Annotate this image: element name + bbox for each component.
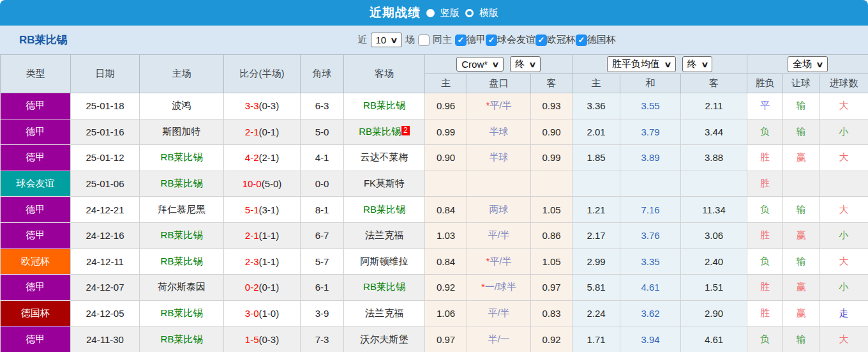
col-header-handicap-line: 盘口 xyxy=(467,74,531,93)
team-name: RB莱比锡 xyxy=(19,33,68,47)
away-team: RB莱比锡 xyxy=(344,197,425,223)
league-filter: 德甲 xyxy=(455,34,486,46)
col-header-home: 主场 xyxy=(140,55,224,93)
handicap-odds-away: 0.86 xyxy=(531,222,572,249)
fulltime-score: 2-1 xyxy=(245,230,259,241)
radio-vertical-layout[interactable] xyxy=(426,9,435,17)
radio-vertical-label[interactable]: 竖版 xyxy=(440,7,460,19)
home-team: RB莱比锡 xyxy=(140,222,224,249)
halftime-score: (0-3) xyxy=(259,100,280,111)
score: 3-0(1-0) xyxy=(224,300,301,326)
match-date: 25-01-12 xyxy=(71,145,140,171)
goals-result: 小 xyxy=(819,222,868,249)
col-header-avg-away: 客 xyxy=(681,74,747,93)
halftime-score: (1-1) xyxy=(259,256,280,267)
handicap-result: 赢 xyxy=(783,222,819,249)
avg-odds-draw: 3.76 xyxy=(620,222,681,249)
avg-odds-draw: 3.55 xyxy=(620,93,681,119)
match-type: 德甲 xyxy=(1,222,71,249)
corner-count: 4-1 xyxy=(301,145,344,171)
match-row: 德国杯24-12-05RB莱比锡3-0(1-0)3-9法兰克福1.06平/半0.… xyxy=(1,300,868,326)
handicap-odds-away: 0.93 xyxy=(531,93,572,119)
match-result: 胜 xyxy=(747,222,783,249)
handicap-result: 赢 xyxy=(783,300,819,326)
results-table: 类型 日期 主场 比分(半场) 角球 客场 Crow* ∨ 终 ∨ xyxy=(0,54,868,352)
handicap-text: 一/球半 xyxy=(485,281,516,292)
score: 2-1(1-1) xyxy=(224,222,301,249)
col-header-date: 日期 xyxy=(71,55,140,93)
handicap-result: 赢 xyxy=(783,145,819,171)
halftime-score: (5-0) xyxy=(262,178,282,189)
bookmaker-select[interactable]: Crow* ∨ xyxy=(456,57,504,72)
scope-select[interactable]: 全场 ∨ xyxy=(788,56,828,72)
halftime-score: (0-1) xyxy=(259,126,280,137)
handicap-odds-home xyxy=(425,171,467,197)
match-row: 德甲25-01-16斯图加特2-1(0-1)5-0RB莱比锡20.99半球0.9… xyxy=(1,119,868,145)
col-header-handicap-home: 主 xyxy=(425,74,467,93)
away-team: 阿斯顿维拉 xyxy=(344,249,425,275)
score: 2-1(0-1) xyxy=(224,119,301,145)
fulltime-score: 2-1 xyxy=(245,126,259,137)
corner-count: 0-0 xyxy=(301,171,344,197)
handicap-line: 半球 xyxy=(467,119,531,145)
handicap-odds-away: 0.83 xyxy=(531,300,572,326)
match-row: 德甲24-12-07荷尔斯泰因0-2(0-1)6-1RB莱比锡0.92*一/球半… xyxy=(1,275,868,301)
odds-average-select[interactable]: 胜平负均值 ∨ xyxy=(607,56,676,72)
handicap-line: *平/半 xyxy=(467,93,531,119)
handicap-odds-home: 0.84 xyxy=(425,249,467,275)
radio-horizontal-label[interactable]: 横版 xyxy=(479,7,498,19)
match-row: 德甲24-11-30RB莱比锡1-5(0-3)7-3沃尔夫斯堡0.97半/一0.… xyxy=(1,326,868,352)
match-date: 25-01-06 xyxy=(71,171,140,197)
handicap-odds-away xyxy=(531,171,572,197)
match-result: 负 xyxy=(747,326,783,352)
handicap-odds-home: 0.92 xyxy=(425,275,467,301)
col-header-type: 类型 xyxy=(1,55,71,93)
avg-odds-away: 2.40 xyxy=(681,249,747,275)
col-header-goals: 进球数 xyxy=(819,74,868,93)
handicap-line: 半球 xyxy=(467,145,531,171)
match-date: 24-12-16 xyxy=(71,222,140,249)
goals-result: 大 xyxy=(819,326,868,352)
page-title: 近期战绩 xyxy=(370,4,421,21)
halftime-score: (1-0) xyxy=(259,308,280,319)
scope-select-group: 全场 ∨ xyxy=(747,55,868,74)
handicap-line: 平/半 xyxy=(467,222,531,249)
match-result: 负 xyxy=(747,197,783,223)
recent-count-select[interactable]: 10 ∨ xyxy=(371,33,402,47)
match-date: 24-12-07 xyxy=(71,275,140,301)
handicap-result: 输 xyxy=(783,197,819,223)
radio-horizontal-layout[interactable] xyxy=(465,9,474,17)
avg-odds-draw: 3.94 xyxy=(620,326,681,352)
handicap-result: 输 xyxy=(783,326,819,352)
fulltime-score: 4-2 xyxy=(245,152,259,163)
league-filters: 德甲球会友谊欧冠杯德国杯 xyxy=(455,34,616,46)
match-result: 负 xyxy=(747,119,783,145)
league-label: 欧冠杯 xyxy=(547,34,576,46)
handicap-odds-home: 0.96 xyxy=(425,93,467,119)
league-checkbox[interactable] xyxy=(535,34,547,46)
league-checkbox[interactable] xyxy=(576,34,587,46)
match-result: 平 xyxy=(747,93,783,119)
handicap-text: 半球 xyxy=(490,126,509,137)
handicap-line: *一/球半 xyxy=(467,275,531,301)
halftime-score: (2-1) xyxy=(259,152,280,163)
odds-time-select[interactable]: 终 ∨ xyxy=(682,56,713,72)
avg-odds-home: 3.36 xyxy=(572,93,620,119)
avg-odds-draw: 3.89 xyxy=(620,145,681,171)
handicap-odds-away: 0.97 xyxy=(531,275,572,301)
same-home-checkbox[interactable] xyxy=(418,34,430,46)
handicap-time-select[interactable]: 终 ∨ xyxy=(510,56,541,72)
away-team: RB莱比锡 xyxy=(344,93,425,119)
avg-odds-draw: 3.35 xyxy=(620,249,681,275)
avg-odds-away: 2.11 xyxy=(681,93,747,119)
league-checkbox[interactable] xyxy=(455,34,467,46)
handicap-text: 两球 xyxy=(490,204,509,215)
handicap-odds-home: 0.97 xyxy=(425,326,467,352)
match-row: 德甲25-01-12RB莱比锡4-2(2-1)4-1云达不莱梅0.90半球0.9… xyxy=(1,145,868,171)
league-filter: 球会友谊 xyxy=(486,34,535,46)
home-team: 拜仁慕尼黑 xyxy=(140,197,224,223)
handicap-text: 平/半 xyxy=(490,256,511,266)
handicap-text: 平/半 xyxy=(488,307,509,318)
league-checkbox[interactable] xyxy=(486,34,497,46)
handicap-line: 半/一 xyxy=(467,326,531,352)
